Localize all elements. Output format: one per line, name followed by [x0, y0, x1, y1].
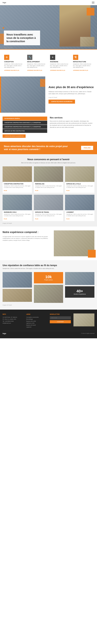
service-btn-entrepreneur[interactable]: ENTREPRENEUR GÉNÉRAL [2, 116, 47, 120]
feature-developpement-title: DÉVELOPPEMENT [27, 61, 47, 62]
hero-title: Nous travaillons avec vous de la concept… [6, 33, 38, 43]
card-5-title: LOGEMENT [66, 212, 93, 213]
footer-subscribe-button[interactable]: S'ABONNER [50, 320, 71, 323]
service-btn-conception2[interactable]: CONCEPTION CONSTRUCTION-ASSISTANCE À LA … [2, 125, 47, 129]
cta-text: Nous aimerions discuter des besoins de v… [4, 145, 68, 151]
footer-col-links: LIENS Conception-construction Remodelage… [26, 314, 47, 328]
experience-image-credit: Image de freepik [48, 97, 94, 98]
footer-info-line3: Tel: +1(213)542-3564 [2, 320, 24, 322]
footer-logo: logo [2, 332, 6, 334]
rep-image-2 [2, 289, 32, 302]
card-1-link[interactable]: PLUS [35, 190, 38, 191]
cta-button[interactable]: PARLONS [81, 146, 93, 150]
hero-dot-accent [2, 27, 4, 29]
rep-stat-years-num: 40+ [68, 289, 92, 293]
rep-stat-projects-num: 10k [36, 275, 61, 279]
conception-card-0: CONCEPTION-CONSTRUCTION Sample text. Cli… [2, 166, 32, 193]
card-1-image [34, 166, 63, 182]
cta-banner: Nous aimerions discuter des besoins de v… [0, 142, 97, 154]
conception-subtitle: Bien sûr livre albus mi egestas et ridic… [16, 162, 81, 164]
footer-info-line2: P.O. Box 12, London 2321 [2, 318, 24, 320]
features-section: ⚙ CONCEPTION Sample text. Click to selec… [0, 49, 97, 76]
feature-infrastructure-link[interactable]: APPRENEZ ENCORE PLUS [73, 70, 88, 71]
feature-conception: ⚙ CONCEPTION Sample text. Click to selec… [2, 54, 26, 72]
card-3-image [2, 195, 32, 210]
ingenierie-icon: ✈ [50, 55, 55, 60]
experience-section: Avec plus de 30 ans d'expérience Habitas… [0, 76, 97, 113]
footer-email-input[interactable] [50, 316, 71, 320]
header-logo: logo [2, 2, 6, 4]
infrastructure-icon: 🏗 [73, 55, 78, 60]
footer-info-email[interactable]: info@email.com [2, 322, 24, 324]
footer-col-image [74, 314, 94, 328]
feature-infrastructure-text: Sample text. Click to select the text bo… [73, 63, 93, 68]
rep-image-1 [2, 272, 32, 288]
reputation-title: Une réputation de confiance bâtie au fil… [2, 264, 94, 267]
reputation-subtitle: Sample text. Click to select the text bo… [2, 268, 94, 270]
feature-conception-link[interactable]: APPRENEZ ENCORE PLUS [4, 70, 19, 71]
card-2-text: Sample text. Click to select the text bo… [66, 185, 93, 188]
card-4-title: ESPACES DE TRAVAIL [35, 212, 62, 213]
experience-cta-button[interactable]: CONTACTEZ-NOUS AUJOURD'HUI [48, 100, 75, 104]
footer-link-1[interactable]: Remodelage [26, 318, 47, 320]
services-section: ENTREPRENEUR GÉNÉRAL CONCEPTION CONSTRUC… [0, 113, 97, 142]
feature-ingenierie-title: INGÉNIERIE [50, 61, 70, 62]
rep-stat-projects: 10k Projets actives [34, 272, 63, 284]
card-0-link[interactable]: PLUS [4, 190, 7, 191]
card-0-image [2, 166, 32, 182]
feature-developpement: 🔧 DÉVELOPPEMENT Sample text. Click to se… [26, 54, 49, 72]
conception-grid: CONCEPTION-CONSTRUCTION Sample text. Cli… [2, 166, 94, 221]
feature-conception-text: Sample text. Click to select the text bo… [4, 63, 24, 68]
card-2-title: ESPACES DE LA VILLE [66, 183, 93, 184]
service-btn-conception1[interactable]: CONCEPTION CONSTRUCTION-ASSISTANCE À LA … [2, 121, 47, 124]
rep-stat-years: 40+ Années d'expérience [65, 286, 94, 298]
card-0-title: CONCEPTION-CONSTRUCTION [4, 183, 31, 184]
service-btn-pre[interactable]: SERVICES DE PRÉ-CONSTRUCTION [2, 129, 47, 133]
reputation-section: Une réputation de confiance bâtie au fil… [0, 260, 97, 310]
hero-orange-accent [87, 8, 94, 16]
services-content: Nos services Nous avons la volonté pour … [50, 116, 94, 138]
services-contact-button[interactable]: CONTACTEZ-NOUS AUJOURD'HUI [2, 134, 26, 138]
developpement-icon: 🔧 [27, 55, 32, 60]
reputation-grid: 10k Projets actives 40+ Années d'expérie… [2, 272, 94, 303]
card-4-link[interactable]: PLUS [35, 218, 38, 220]
card-3-title: INGÉNIEURS CIVILS [4, 212, 31, 213]
conception-card-1: REMODELAGE Sample text. Click to select … [34, 166, 63, 193]
services-buttons: ENTREPRENEUR GÉNÉRAL CONCEPTION CONSTRUC… [2, 116, 47, 138]
exp-comprend-text: Un large éventail. Nos ressources à oeuv… [2, 236, 51, 241]
footer-link-5[interactable]: Logement [26, 326, 47, 328]
footer-link-2[interactable]: Espaces de la ville [26, 320, 47, 322]
rep-stat-projects-label: Projets actives [36, 279, 61, 281]
rep-stat-years-label: Années d'expérience [68, 293, 92, 295]
site-header: logo [0, 0, 97, 5]
experience-title: Avec plus de 30 ans d'expérience [48, 86, 94, 89]
footer-col-newsletter: NEWSLETTER S'ABONNER [50, 314, 71, 328]
hero-section: Nous travaillons avec vous de la concept… [0, 5, 97, 49]
footer-link-4[interactable]: Espaces de travail [26, 324, 47, 326]
card-2-link[interactable]: PLUS [66, 190, 70, 191]
exp-comprend-section: Notre expérience comprend : Un large éve… [0, 226, 97, 260]
feature-ingenierie-link[interactable]: APPRENEZ ENCORE PLUS [50, 70, 65, 71]
exp-comprend-image-area [54, 230, 94, 256]
feature-developpement-link[interactable]: APPRENEZ ENCORE PLUS [27, 70, 42, 71]
exp-comprend-title: Notre expérience comprend : [2, 230, 51, 234]
reputation-images-credit: Images de freepik [2, 304, 94, 306]
menu-toggle[interactable] [92, 2, 94, 4]
card-5-text: Sample text. Click to select the text bo… [66, 214, 93, 217]
conception-card-4: ESPACES DE TRAVAIL Sample text. Click to… [34, 195, 63, 221]
card-5-link[interactable]: PLUS [66, 218, 70, 220]
conception-card-5: LOGEMENT Sample text. Click to select th… [65, 195, 94, 221]
feature-conception-title: CONCEPTION [4, 61, 24, 62]
services-title: Nos services [50, 116, 94, 119]
experience-text: Habitasse morbi tristique senectus et. N… [48, 91, 94, 95]
footer-link-3[interactable]: Ingénieurs civils [26, 322, 47, 324]
footer-link-0[interactable]: Conception-construction [26, 316, 47, 318]
conception-card-3: INGÉNIEURS CIVILS Sample text. Click to … [2, 195, 32, 221]
card-3-text: Sample text. Click to select the text bo… [4, 214, 31, 217]
footer-grid: INFO 111 Bull Street, SF. Batimen P.O. B… [2, 314, 94, 328]
card-3-link[interactable]: PLUS [4, 218, 7, 220]
footer-subscribe-form: S'ABONNER [50, 316, 71, 323]
footer-bottom: logo © 2024 All rights reserved [2, 331, 94, 334]
conception-images-credit: Images de freepik [2, 223, 94, 224]
card-2-image [65, 166, 94, 182]
